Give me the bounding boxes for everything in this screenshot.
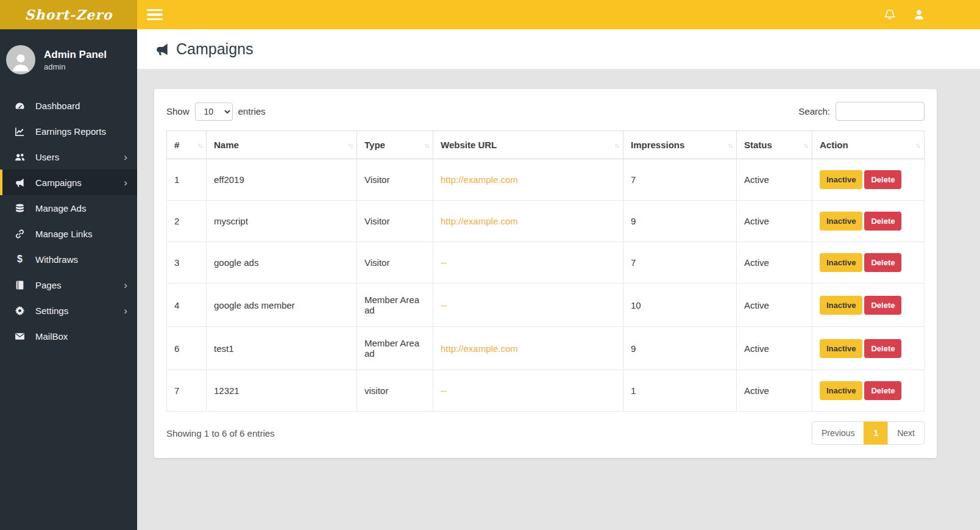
column-header-label: Action: [820, 140, 848, 150]
bullhorn-icon: [155, 42, 169, 57]
campaign-inactive-button[interactable]: Inactive: [820, 339, 862, 358]
search-label: Search:: [798, 106, 830, 116]
sidebar-item-mailbox[interactable]: MailBox: [0, 323, 137, 349]
cell-status: Active: [737, 284, 812, 327]
search-input[interactable]: [836, 102, 925, 121]
cell-status: Active: [737, 242, 812, 284]
link-icon: [15, 229, 25, 239]
column-header-impressions[interactable]: Impressions↑↓: [623, 131, 737, 159]
notifications-bell-icon[interactable]: [884, 9, 896, 21]
campaign-delete-button[interactable]: Delete: [864, 170, 901, 189]
bullhorn-icon: [15, 177, 25, 188]
campaign-delete-button[interactable]: Delete: [864, 339, 901, 358]
brand-logo: Short-Zero: [25, 7, 113, 23]
sidebar-item-manage-links[interactable]: Manage Links: [0, 221, 137, 246]
campaign-inactive-button[interactable]: Inactive: [820, 170, 862, 189]
pagination-page-1-button[interactable]: 1: [864, 421, 888, 445]
table-row: 4google ads memberMember Area ad--10Acti…: [167, 284, 925, 327]
campaign-delete-button[interactable]: Delete: [864, 253, 901, 272]
website-url-empty: --: [441, 257, 447, 268]
website-url-link[interactable]: http://example.com: [441, 174, 518, 185]
cell-url: --: [433, 370, 623, 412]
users-icon: [15, 152, 25, 162]
table-body: 1eff2019Visitorhttp://example.com7Active…: [167, 159, 925, 412]
chart-icon: [15, 126, 25, 137]
pagination-previous-button[interactable]: Previous: [812, 421, 864, 445]
top-bar-main: [137, 0, 980, 29]
table-header-row: #↑↓Name↑↓Type↑↓Website URL↑↓Impressions↑…: [167, 131, 925, 159]
table-info: Showing 1 to 6 of 6 entries: [166, 428, 275, 439]
sidebar-item-manage-ads[interactable]: Manage Ads: [0, 195, 137, 221]
column-header-label: #: [174, 140, 179, 150]
sidebar-item-label: Dashboard: [35, 101, 127, 111]
logo-area[interactable]: Short-Zero: [0, 0, 137, 29]
avatar: [6, 45, 35, 74]
sidebar-item-label: Campaigns: [35, 177, 124, 188]
sidebar-item-settings[interactable]: Settings›: [0, 298, 137, 323]
cell-id: 3: [167, 242, 207, 284]
sidebar-item-campaigns[interactable]: Campaigns›: [0, 170, 137, 195]
page-length-control: Show 10 entries: [166, 102, 266, 121]
column-header-name[interactable]: Name↑↓: [207, 131, 357, 159]
cell-impressions: 9: [623, 201, 737, 242]
sidebar-item-users[interactable]: Users›: [0, 144, 137, 170]
campaign-inactive-button[interactable]: Inactive: [820, 381, 862, 400]
campaign-inactive-button[interactable]: Inactive: [820, 296, 862, 315]
page-length-select[interactable]: 10: [195, 102, 233, 121]
user-account-icon[interactable]: [913, 9, 925, 21]
page-title: Campaigns: [176, 40, 253, 58]
chevron-right-icon: ›: [124, 152, 127, 162]
cell-action: InactiveDelete: [812, 242, 925, 284]
column-header-label: Name: [214, 140, 239, 150]
campaign-delete-button[interactable]: Delete: [864, 212, 901, 231]
cell-name: 12321: [207, 370, 357, 412]
sidebar-item-label: Users: [35, 152, 124, 162]
cell-url: http://example.com: [433, 159, 623, 201]
pagination-next-button[interactable]: Next: [887, 421, 925, 445]
sidebar-item-pages[interactable]: Pages›: [0, 272, 137, 298]
database-icon: [15, 203, 25, 213]
cell-action: InactiveDelete: [812, 159, 925, 201]
cell-impressions: 7: [623, 242, 737, 284]
cell-type: Member Area ad: [357, 284, 433, 327]
show-label: Show: [166, 106, 190, 116]
cell-impressions: 1: [623, 370, 737, 412]
cell-type: Visitor: [357, 242, 433, 284]
column-header-label: Type: [364, 140, 385, 150]
sort-icon: ↑↓: [424, 141, 428, 149]
sort-icon: ↑↓: [614, 141, 619, 149]
table-row: 2myscriptVisitorhttp://example.com9Activ…: [167, 201, 925, 242]
sidebar-item-withdraws[interactable]: $Withdraws: [0, 246, 137, 272]
cell-id: 6: [167, 327, 207, 370]
top-bar: Short-Zero: [0, 0, 980, 29]
website-url-link[interactable]: http://example.com: [441, 216, 518, 226]
cell-type: Member Area ad: [357, 327, 433, 370]
hamburger-menu-icon[interactable]: [147, 7, 163, 23]
sidebar-item-label: Earnings Reports: [35, 126, 127, 137]
sidebar-item-label: Withdraws: [35, 254, 127, 265]
campaign-delete-button[interactable]: Delete: [864, 381, 901, 400]
search-control: Search:: [798, 102, 925, 121]
dashboard-icon: [15, 101, 25, 111]
campaign-delete-button[interactable]: Delete: [864, 296, 901, 315]
campaign-inactive-button[interactable]: Inactive: [820, 212, 862, 231]
campaign-inactive-button[interactable]: Inactive: [820, 253, 862, 272]
main-area: Campaigns Show 10 entries Search:: [137, 0, 980, 530]
column-header-website-url[interactable]: Website URL↑↓: [433, 131, 623, 159]
column-header-id[interactable]: #↑↓: [167, 131, 207, 159]
cell-type: Visitor: [357, 201, 433, 242]
cell-impressions: 10: [623, 284, 737, 327]
sidebar-item-dashboard[interactable]: Dashboard: [0, 93, 137, 118]
sort-icon: ↑↓: [348, 141, 352, 149]
website-url-link[interactable]: http://example.com: [441, 343, 518, 354]
cell-type: Visitor: [357, 159, 433, 201]
cell-status: Active: [737, 159, 812, 201]
cell-id: 1: [167, 159, 207, 201]
column-header-type[interactable]: Type↑↓: [357, 131, 433, 159]
column-header-action[interactable]: Action↑↓: [812, 131, 925, 159]
cell-action: InactiveDelete: [812, 201, 925, 242]
column-header-status[interactable]: Status↑↓: [737, 131, 812, 159]
sidebar-item-earnings-reports[interactable]: Earnings Reports: [0, 118, 137, 144]
sidebar: Admin Panel admin DashboardEarnings Repo…: [0, 29, 137, 530]
sort-icon: ↑↓: [803, 141, 808, 149]
